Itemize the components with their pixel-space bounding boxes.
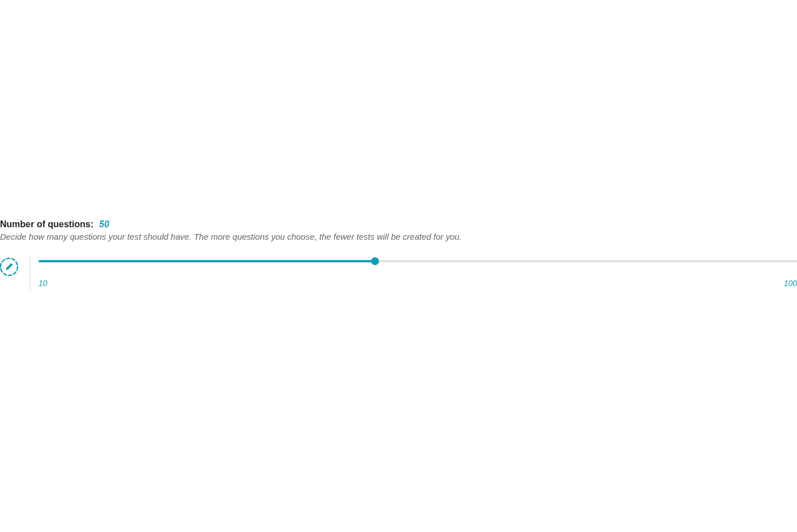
- divider-vertical: [29, 256, 31, 290]
- questions-slider[interactable]: [38, 257, 797, 265]
- slider-thumb[interactable]: [371, 257, 379, 265]
- slider-max-label: 100: [784, 279, 797, 288]
- questions-value: 50: [99, 219, 109, 230]
- questions-header: Number of questions: 50: [0, 219, 797, 230]
- questions-description: Decide how many questions your test shou…: [0, 232, 797, 241]
- questions-label: Number of questions:: [0, 219, 93, 230]
- edit-icon-container: [0, 257, 19, 276]
- slider-min-label: 10: [38, 279, 48, 288]
- edit-dashed-circle-icon: [0, 257, 19, 276]
- slider-range-labels: 10 100: [38, 279, 797, 288]
- questions-slider-section: 10 100: [0, 257, 797, 290]
- slider-track-fill: [38, 260, 375, 262]
